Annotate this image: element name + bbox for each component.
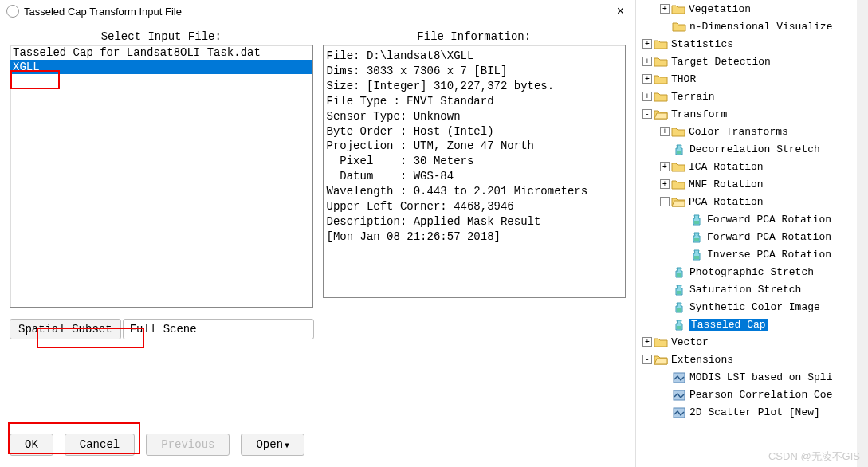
app-icon xyxy=(6,5,19,18)
collapse-icon[interactable]: - xyxy=(642,109,652,119)
tree-item-label: Forward PCA Rotation xyxy=(707,231,831,243)
folder-icon xyxy=(671,3,685,14)
tree-item[interactable]: n-Dimensional Visualize xyxy=(638,18,866,35)
expand-icon[interactable]: + xyxy=(642,74,652,84)
tree-item[interactable]: Synthetic Color Image xyxy=(638,298,866,316)
tree-item-label: THOR xyxy=(671,73,696,85)
tree-item[interactable]: +Terrain xyxy=(638,88,866,105)
tool-icon xyxy=(672,143,686,155)
collapse-icon[interactable]: - xyxy=(642,355,652,364)
tree-item[interactable]: +Color Transforms xyxy=(638,123,866,140)
tree-item-label: Extensions xyxy=(671,354,733,366)
file-info-caption: File Information: xyxy=(323,30,626,43)
tree-item-label: Decorrelation Stretch xyxy=(689,143,820,155)
tree-item-label: Synthetic Color Image xyxy=(689,301,820,313)
folder-icon xyxy=(671,196,685,207)
svg-rect-4 xyxy=(677,273,681,277)
tree-item[interactable]: Pearson Correlation Coe xyxy=(638,386,866,403)
tool-icon xyxy=(689,249,704,260)
tool-icon xyxy=(672,266,686,277)
previous-button: Previous xyxy=(146,434,230,456)
folder-icon xyxy=(671,126,685,137)
folder-icon xyxy=(654,336,668,347)
folder-icon xyxy=(672,21,686,32)
tree-item[interactable]: Forward PCA Rotation xyxy=(638,228,866,245)
tree-item[interactable]: Inverse PCA Rotation xyxy=(638,245,866,263)
svg-rect-1 xyxy=(694,221,699,224)
expand-icon[interactable]: + xyxy=(660,162,670,171)
tree-item[interactable]: Saturation Stretch xyxy=(638,281,866,298)
expand-icon[interactable]: + xyxy=(660,127,670,136)
tree-item-label: Saturation Stretch xyxy=(689,284,801,296)
expand-icon[interactable]: + xyxy=(642,337,652,347)
expand-icon[interactable]: + xyxy=(660,4,670,14)
select-input-caption: Select Input File: xyxy=(10,30,313,43)
tree-item-label: Vegetation xyxy=(689,3,751,15)
tree-item-label: Statistics xyxy=(671,38,733,50)
file-info-box: File: D:\landsat8\XGLL Dims: 3033 x 7306… xyxy=(323,45,626,298)
collapse-icon[interactable]: - xyxy=(660,197,670,206)
folder-icon xyxy=(654,38,668,49)
tree-item[interactable]: MODIS LST based on Spli xyxy=(638,368,866,386)
tree-item-label: n-Dimensional Visualize xyxy=(689,21,832,33)
folder-icon xyxy=(654,108,668,120)
folder-icon xyxy=(654,91,668,102)
tree-item[interactable]: +Target Detection xyxy=(638,53,866,70)
tree-item-label: Vector xyxy=(671,336,709,348)
dialog-title: Tasseled Cap Transform Input File xyxy=(24,6,612,18)
tree-item[interactable]: Decorrelation Stretch xyxy=(638,140,866,158)
svg-rect-5 xyxy=(677,291,681,294)
tree-item[interactable]: +Statistics xyxy=(638,35,866,53)
tree-item-label: Pearson Correlation Coe xyxy=(689,389,832,401)
highlight-ok-cancel xyxy=(8,422,140,454)
svg-rect-7 xyxy=(677,326,681,329)
tree-item-label: ICA Rotation xyxy=(689,161,764,173)
tree-item[interactable]: -PCA Rotation xyxy=(638,193,866,210)
tree-item[interactable]: +Vector xyxy=(638,333,866,351)
spatial-subset-value[interactable] xyxy=(123,319,314,339)
tree-item[interactable]: 2D Scatter Plot [New] xyxy=(638,403,866,421)
tool-icon xyxy=(672,301,686,312)
dialog-panel: Tasseled Cap Transform Input File × Sele… xyxy=(0,0,636,467)
tree-item-label: Color Transforms xyxy=(689,126,788,138)
tree-item[interactable]: +MNF Rotation xyxy=(638,175,866,193)
tree-item-label: 2D Scatter Plot [New] xyxy=(689,406,820,418)
tree-item[interactable]: +Vegetation xyxy=(638,0,866,18)
svg-rect-6 xyxy=(677,308,681,312)
file-item[interactable]: Tasseled_Cap_for_Landsat8OLI_Task.dat xyxy=(10,45,312,60)
tree-item[interactable]: Forward PCA Rotation xyxy=(638,210,866,228)
tree-item-label: Inverse PCA Rotation xyxy=(707,249,831,261)
svg-rect-2 xyxy=(694,238,699,241)
extension-icon xyxy=(672,371,686,383)
tree-item[interactable]: -Extensions xyxy=(638,351,866,368)
tree-item[interactable]: Photographic Stretch xyxy=(638,263,866,281)
tree-item-label: Terrain xyxy=(671,91,715,103)
tree-item[interactable]: +ICA Rotation xyxy=(638,158,866,175)
expand-icon[interactable]: + xyxy=(642,57,652,66)
tree-item[interactable]: Tasseled Cap xyxy=(638,316,866,333)
expand-icon[interactable]: + xyxy=(642,92,652,101)
tree-item-label: MODIS LST based on Spli xyxy=(689,371,832,383)
tree-item[interactable]: +THOR xyxy=(638,70,866,88)
svg-rect-3 xyxy=(694,256,699,259)
folder-icon xyxy=(654,56,668,67)
svg-rect-0 xyxy=(677,151,681,154)
expand-icon[interactable]: + xyxy=(660,179,670,189)
tool-icon xyxy=(672,284,686,295)
close-icon[interactable]: × xyxy=(612,4,629,18)
open-button[interactable]: Open▼ xyxy=(241,434,304,456)
tree-item[interactable]: -Transform xyxy=(638,105,866,123)
tree-item-label: Transform xyxy=(671,108,727,120)
extension-icon xyxy=(672,389,686,400)
tree-item-label: PCA Rotation xyxy=(689,196,764,208)
folder-icon xyxy=(671,179,685,190)
tool-icon xyxy=(672,319,686,330)
titlebar: Tasseled Cap Transform Input File × xyxy=(0,0,635,22)
folder-icon xyxy=(654,354,668,365)
tool-icon xyxy=(689,231,704,242)
expand-icon[interactable]: + xyxy=(642,39,652,49)
tree-item-label: MNF Rotation xyxy=(689,179,764,190)
tool-tree[interactable]: +Vegetationn-Dimensional Visualize+Stati… xyxy=(636,0,868,467)
tree-item-label: Tasseled Cap xyxy=(689,319,768,331)
extension-icon xyxy=(672,406,686,418)
